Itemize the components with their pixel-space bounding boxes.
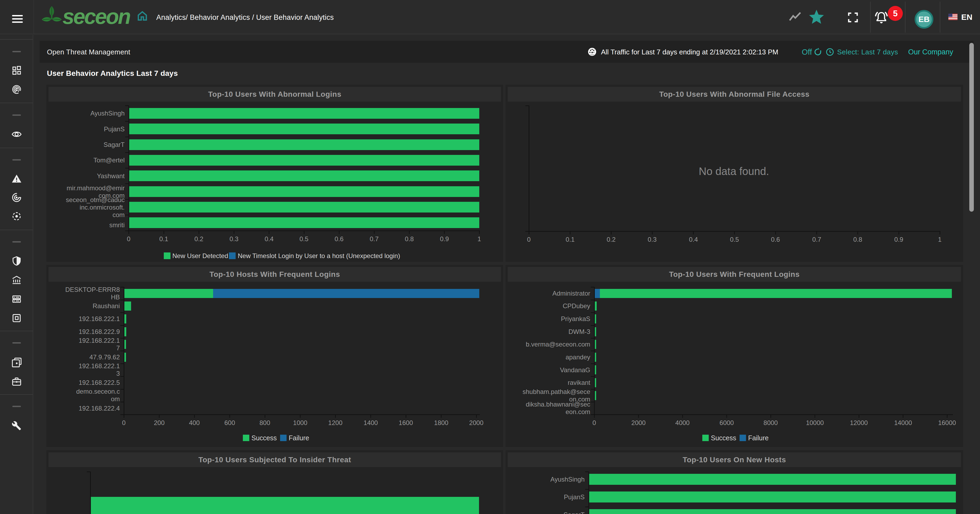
svg-text:2000: 2000	[631, 419, 646, 426]
svg-text:0.6: 0.6	[334, 235, 344, 242]
svg-text:1: 1	[938, 236, 942, 243]
svg-text:seceon_otm@caduc: seceon_otm@caduc	[66, 196, 125, 204]
svg-text:47.9.79.62: 47.9.79.62	[89, 353, 120, 361]
svg-text:0.8: 0.8	[405, 235, 414, 242]
svg-text:0.6: 0.6	[771, 236, 780, 243]
svg-text:192.168.222.9: 192.168.222.9	[79, 328, 120, 335]
svg-text:2000: 2000	[469, 419, 483, 426]
svg-text:AyushSingh: AyushSingh	[90, 110, 125, 117]
svg-text:No data found.: No data found.	[699, 165, 769, 177]
svg-text:ravikant: ravikant	[568, 379, 590, 386]
svg-text:0.4: 0.4	[264, 235, 274, 242]
svg-text:PujanS: PujanS	[564, 493, 585, 501]
svg-text:om: om	[111, 395, 120, 403]
svg-text:eon.com: eon.com	[566, 408, 590, 415]
svg-text:0: 0	[592, 419, 596, 426]
svg-text:PriyankaS: PriyankaS	[561, 315, 590, 322]
svg-text:8000: 8000	[764, 419, 778, 426]
svg-text:Administrator: Administrator	[552, 290, 590, 297]
svg-text:Failure: Failure	[748, 434, 768, 442]
svg-text:com: com	[113, 211, 125, 218]
svg-text:0: 0	[527, 236, 530, 243]
svg-text:DWM-3: DWM-3	[568, 328, 590, 335]
svg-text:0.8: 0.8	[853, 236, 862, 243]
svg-text:7: 7	[116, 344, 120, 352]
svg-text:0.7: 0.7	[812, 236, 821, 243]
svg-text:smriti: smriti	[109, 221, 125, 229]
svg-text:0.1: 0.1	[566, 236, 574, 243]
svg-text:1600: 1600	[399, 419, 413, 426]
svg-text:0.2: 0.2	[606, 236, 616, 243]
svg-text:apandey: apandey	[566, 353, 590, 361]
svg-text:0.3: 0.3	[648, 236, 657, 243]
svg-text:mir.mahmood@emir: mir.mahmood@emir	[67, 185, 125, 192]
svg-text:SagarT: SagarT	[563, 511, 585, 514]
svg-text:0.9: 0.9	[894, 236, 903, 243]
svg-text:shubham.pathak@sece: shubham.pathak@sece	[522, 388, 590, 395]
svg-text:0.5: 0.5	[299, 235, 308, 242]
svg-text:0.9: 0.9	[440, 235, 449, 242]
svg-text:1200: 1200	[328, 419, 342, 426]
svg-text:DESKTOP-ERRR8: DESKTOP-ERRR8	[65, 286, 120, 293]
svg-text:12000: 12000	[850, 419, 868, 426]
svg-text:14000: 14000	[894, 419, 912, 426]
svg-text:16000: 16000	[938, 419, 956, 426]
svg-text:3: 3	[116, 370, 120, 377]
svg-text:192.168.222.5: 192.168.222.5	[79, 379, 120, 386]
svg-text:New Timeslot Login by User to: New Timeslot Login by User to a host (Un…	[238, 252, 400, 259]
svg-text:Tom@ertel: Tom@ertel	[94, 156, 125, 164]
svg-text:inc.onmicrosoft.: inc.onmicrosoft.	[80, 204, 125, 211]
svg-text:0.2: 0.2	[194, 235, 203, 242]
svg-text:0.4: 0.4	[689, 236, 698, 243]
svg-text:Success: Success	[251, 434, 277, 442]
svg-text:diksha.bhawnani@sec: diksha.bhawnani@sec	[526, 401, 590, 408]
svg-text:1800: 1800	[434, 419, 448, 426]
svg-text:0: 0	[122, 419, 126, 426]
svg-text:VandanaG: VandanaG	[560, 366, 590, 374]
svg-text:200: 200	[154, 419, 165, 426]
svg-text:192.168.222.1: 192.168.222.1	[79, 337, 120, 344]
svg-text:192.168.222.1: 192.168.222.1	[79, 315, 120, 322]
svg-text:0: 0	[127, 235, 130, 242]
svg-text:New User Detected: New User Detected	[172, 252, 228, 259]
svg-text:Yashwant: Yashwant	[97, 172, 125, 180]
svg-text:Failure: Failure	[289, 434, 309, 442]
svg-text:CPDubey: CPDubey	[563, 302, 590, 310]
svg-text:0.5: 0.5	[730, 236, 739, 243]
svg-text:10000: 10000	[806, 419, 824, 426]
svg-text:HB: HB	[111, 293, 120, 301]
svg-text:6000: 6000	[719, 419, 733, 426]
svg-text:0.3: 0.3	[229, 235, 238, 242]
svg-text:1400: 1400	[363, 419, 378, 426]
svg-text:PujanS: PujanS	[104, 126, 125, 133]
svg-text:Success: Success	[711, 434, 736, 442]
svg-text:demo.seceon.c: demo.seceon.c	[76, 388, 120, 395]
svg-text:SagarT: SagarT	[103, 141, 125, 148]
svg-text:400: 400	[189, 419, 200, 426]
svg-text:192.168.222.1: 192.168.222.1	[79, 362, 120, 369]
svg-text:4000: 4000	[675, 419, 689, 426]
svg-text:1: 1	[477, 235, 481, 242]
svg-text:0.1: 0.1	[159, 235, 168, 242]
svg-text:b.verma@seceon.com: b.verma@seceon.com	[526, 341, 590, 348]
svg-text:1000: 1000	[293, 419, 307, 426]
svg-text:Raushani: Raushani	[93, 302, 120, 310]
svg-text:192.168.222.4: 192.168.222.4	[79, 405, 120, 412]
svg-text:AyushSingh: AyushSingh	[550, 476, 585, 483]
svg-text:0.7: 0.7	[370, 235, 379, 242]
svg-text:800: 800	[259, 419, 270, 426]
svg-text:600: 600	[224, 419, 235, 426]
